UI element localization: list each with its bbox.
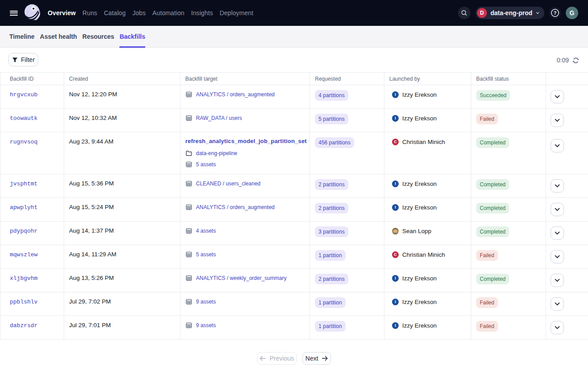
svg-text:?: ? (554, 10, 557, 16)
